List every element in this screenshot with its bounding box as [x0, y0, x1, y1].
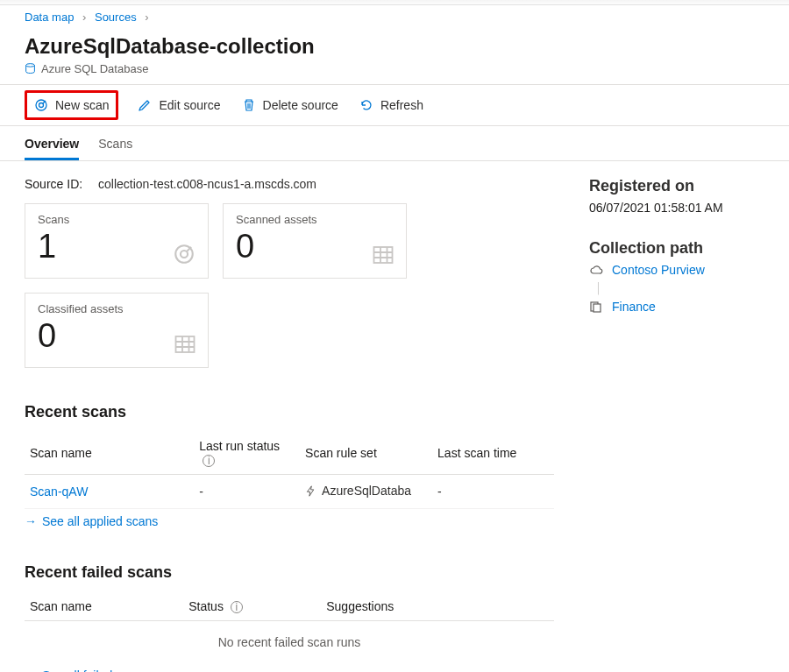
main-column: Source ID: collection-test.c008-ncus1-a.…	[25, 177, 554, 672]
card-scans: Scans 1	[25, 203, 209, 279]
collection-path-link[interactable]: Contoso Purview	[612, 263, 705, 277]
side-column: Registered on 06/07/2021 01:58:01 AM Col…	[589, 177, 764, 672]
info-icon[interactable]: i	[203, 455, 215, 467]
page-header: AzureSqlDatabase-collection Azure SQL Da…	[0, 25, 789, 85]
col-suggestions: Suggestions	[321, 592, 554, 621]
source-id-value: collection-test.c008-ncus1-a.mscds.com	[98, 177, 316, 191]
recent-scans-table: Scan name Last run status i Scan rule se…	[25, 432, 554, 509]
breadcrumb-separator: ›	[145, 11, 148, 24]
card-scans-label: Scans	[38, 213, 195, 226]
cell-status: -	[194, 475, 300, 509]
recent-failed-scans-section: Recent failed scans Scan name Status i S…	[25, 563, 554, 673]
trash-icon	[242, 98, 256, 112]
source-id-label: Source ID:	[25, 177, 82, 191]
tabs: Overview Scans	[0, 126, 789, 161]
tab-scans[interactable]: Scans	[98, 131, 132, 160]
edit-source-button[interactable]: Edit source	[136, 95, 222, 116]
delete-source-label: Delete source	[263, 98, 338, 112]
collection-path-item: Contoso Purview	[589, 263, 764, 277]
tab-overview[interactable]: Overview	[25, 131, 79, 160]
table-icon	[373, 244, 394, 265]
card-classified-assets-label: Classified assets	[38, 302, 195, 315]
command-toolbar: New scan Edit source Delete source Refre…	[0, 85, 789, 126]
scan-link[interactable]: Scan-qAW	[30, 485, 88, 499]
info-icon[interactable]: i	[231, 601, 243, 613]
arrow-right-icon: →	[25, 668, 37, 673]
svg-point-2	[39, 103, 44, 108]
collection-path-item: Finance	[589, 300, 764, 314]
col-last-time: Last scan time	[432, 432, 554, 475]
cloud-icon	[589, 263, 603, 277]
scan-target-icon	[173, 243, 195, 265]
card-scanned-assets-label: Scanned assets	[236, 213, 394, 226]
col-scan-name: Scan name	[25, 432, 194, 475]
recent-scans-section: Recent scans Scan name Last run status i…	[25, 403, 554, 528]
breadcrumb-sources[interactable]: Sources	[95, 11, 137, 24]
collection-path-link[interactable]: Finance	[612, 300, 656, 314]
cell-ruleset: AzureSqlDataba	[300, 475, 432, 509]
col-ruleset: Scan rule set	[300, 432, 432, 475]
see-all-failed-scan-runs-link[interactable]: → See all failed scan runs	[25, 668, 169, 673]
svg-point-4	[181, 251, 188, 258]
bolt-icon	[305, 485, 316, 497]
card-classified-assets-value: 0	[38, 317, 195, 355]
card-scanned-assets: Scanned assets 0	[223, 203, 407, 279]
card-scans-value: 1	[38, 228, 195, 265]
new-scan-label: New scan	[55, 98, 109, 112]
col-status: Last run status i	[194, 432, 300, 475]
see-all-applied-scans-link[interactable]: → See all applied scans	[25, 514, 158, 528]
refresh-icon	[359, 98, 373, 112]
failed-scans-empty-message: No recent failed scan runs	[25, 621, 554, 663]
col-scan-name: Scan name	[25, 592, 183, 621]
breadcrumb-separator: ›	[82, 11, 86, 24]
svg-rect-8	[594, 304, 601, 312]
col-status: Status i	[183, 592, 321, 621]
source-id-row: Source ID: collection-test.c008-ncus1-a.…	[25, 177, 554, 191]
pencil-icon	[138, 98, 152, 112]
collection-path-label: Collection path	[589, 239, 764, 258]
recent-scans-title: Recent scans	[25, 403, 554, 421]
card-classified-assets: Classified assets 0	[25, 293, 209, 368]
breadcrumb: Data map › Sources ›	[0, 5, 789, 25]
svg-point-0	[26, 64, 35, 67]
page-title: AzureSqlDatabase-collection	[25, 34, 764, 59]
svg-rect-5	[374, 247, 393, 263]
edit-source-label: Edit source	[159, 98, 220, 112]
delete-source-button[interactable]: Delete source	[240, 95, 340, 116]
refresh-label: Refresh	[380, 98, 423, 112]
scan-target-icon	[34, 98, 48, 112]
card-scanned-assets-value: 0	[236, 228, 394, 265]
refresh-button[interactable]: Refresh	[358, 95, 425, 116]
highlight-new-scan: New scan	[25, 90, 118, 120]
breadcrumb-data-map[interactable]: Data map	[25, 11, 74, 24]
registered-on-label: Registered on	[589, 177, 764, 195]
failed-scans-table: Scan name Status i Suggestions	[25, 592, 554, 621]
new-scan-button[interactable]: New scan	[32, 95, 110, 116]
cell-last-time: -	[432, 475, 554, 509]
sql-database-icon	[25, 63, 36, 74]
recent-failed-scans-title: Recent failed scans	[25, 563, 554, 582]
table-icon	[174, 334, 195, 355]
folder-icon	[589, 300, 603, 314]
stat-cards: Scans 1 Scanned assets 0 Classified asse…	[25, 203, 554, 368]
path-connector: │	[595, 282, 764, 294]
resource-subtitle: Azure SQL Database	[41, 62, 148, 75]
table-row: Scan-qAW - AzureSqlDataba -	[25, 475, 554, 509]
registered-on-value: 06/07/2021 01:58:01 AM	[589, 201, 764, 215]
arrow-right-icon: →	[25, 514, 37, 528]
svg-rect-6	[176, 336, 195, 352]
